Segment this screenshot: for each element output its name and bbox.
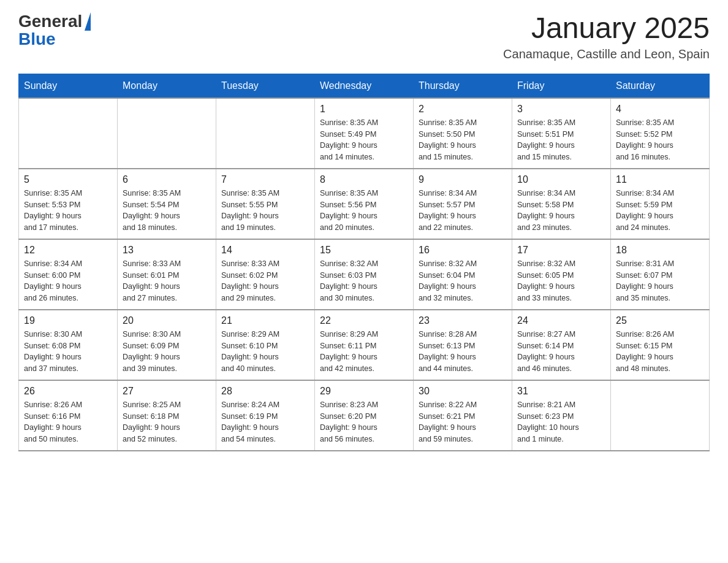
calendar-cell: 17Sunrise: 8:32 AMSunset: 6:05 PMDayligh… — [512, 239, 611, 310]
calendar: SundayMondayTuesdayWednesdayThursdayFrid… — [18, 74, 710, 451]
day-number: 12 — [24, 245, 112, 256]
day-number: 19 — [24, 315, 112, 326]
day-number: 10 — [517, 174, 605, 185]
day-number: 15 — [320, 245, 408, 256]
calendar-cell — [118, 98, 216, 169]
logo-blue: Blue — [18, 31, 56, 48]
calendar-cell: 13Sunrise: 8:33 AMSunset: 6:01 PMDayligh… — [118, 239, 216, 310]
calendar-cell — [611, 380, 710, 451]
calendar-cell: 23Sunrise: 8:28 AMSunset: 6:13 PMDayligh… — [414, 310, 512, 380]
weekday-header: Monday — [118, 74, 216, 98]
day-info: Sunrise: 8:34 AMSunset: 6:00 PMDaylight:… — [24, 258, 112, 304]
day-number: 17 — [517, 245, 605, 256]
day-number: 24 — [517, 315, 605, 326]
day-number: 27 — [123, 386, 211, 397]
calendar-cell: 4Sunrise: 8:35 AMSunset: 5:52 PMDaylight… — [611, 98, 710, 169]
day-info: Sunrise: 8:32 AMSunset: 6:05 PMDaylight:… — [517, 258, 605, 304]
day-info: Sunrise: 8:35 AMSunset: 5:50 PMDaylight:… — [419, 117, 507, 163]
calendar-cell: 30Sunrise: 8:22 AMSunset: 6:21 PMDayligh… — [414, 380, 512, 451]
day-number: 30 — [419, 386, 507, 397]
calendar-cell: 15Sunrise: 8:32 AMSunset: 6:03 PMDayligh… — [315, 239, 414, 310]
day-info: Sunrise: 8:26 AMSunset: 6:16 PMDaylight:… — [24, 399, 112, 445]
day-info: Sunrise: 8:35 AMSunset: 5:54 PMDaylight:… — [123, 188, 211, 234]
calendar-week-row: 19Sunrise: 8:30 AMSunset: 6:08 PMDayligh… — [19, 310, 710, 380]
day-info: Sunrise: 8:34 AMSunset: 5:59 PMDaylight:… — [616, 188, 704, 234]
day-number: 20 — [123, 315, 211, 326]
day-number: 14 — [221, 245, 309, 256]
day-info: Sunrise: 8:35 AMSunset: 5:56 PMDaylight:… — [320, 188, 408, 234]
day-number: 26 — [24, 386, 112, 397]
location: Canamaque, Castille and Leon, Spain — [503, 47, 710, 61]
day-info: Sunrise: 8:35 AMSunset: 5:52 PMDaylight:… — [616, 117, 704, 163]
calendar-cell: 29Sunrise: 8:23 AMSunset: 6:20 PMDayligh… — [315, 380, 414, 451]
day-number: 1 — [320, 104, 408, 115]
day-number: 5 — [24, 174, 112, 185]
page-header: General Blue January 2025 Canamaque, Cas… — [18, 12, 710, 61]
month-title: January 2025 — [503, 12, 710, 45]
day-info: Sunrise: 8:32 AMSunset: 6:04 PMDaylight:… — [419, 258, 507, 304]
logo: General Blue — [18, 12, 91, 48]
day-number: 6 — [123, 174, 211, 185]
day-info: Sunrise: 8:29 AMSunset: 6:11 PMDaylight:… — [320, 329, 408, 375]
weekday-header: Thursday — [414, 74, 512, 98]
day-info: Sunrise: 8:23 AMSunset: 6:20 PMDaylight:… — [320, 399, 408, 445]
calendar-cell: 21Sunrise: 8:29 AMSunset: 6:10 PMDayligh… — [216, 310, 315, 380]
logo-general: General — [18, 13, 82, 30]
day-info: Sunrise: 8:33 AMSunset: 6:01 PMDaylight:… — [123, 258, 211, 304]
day-info: Sunrise: 8:34 AMSunset: 5:58 PMDaylight:… — [517, 188, 605, 234]
calendar-cell: 8Sunrise: 8:35 AMSunset: 5:56 PMDaylight… — [315, 169, 414, 239]
day-info: Sunrise: 8:22 AMSunset: 6:21 PMDaylight:… — [419, 399, 507, 445]
weekday-header: Sunday — [19, 74, 118, 98]
weekday-header: Friday — [512, 74, 611, 98]
calendar-cell: 18Sunrise: 8:31 AMSunset: 6:07 PMDayligh… — [611, 239, 710, 310]
day-info: Sunrise: 8:29 AMSunset: 6:10 PMDaylight:… — [221, 329, 309, 375]
day-info: Sunrise: 8:26 AMSunset: 6:15 PMDaylight:… — [616, 329, 704, 375]
calendar-cell: 16Sunrise: 8:32 AMSunset: 6:04 PMDayligh… — [414, 239, 512, 310]
day-info: Sunrise: 8:35 AMSunset: 5:53 PMDaylight:… — [24, 188, 112, 234]
calendar-week-row: 5Sunrise: 8:35 AMSunset: 5:53 PMDaylight… — [19, 169, 710, 239]
calendar-week-row: 12Sunrise: 8:34 AMSunset: 6:00 PMDayligh… — [19, 239, 710, 310]
day-number: 23 — [419, 315, 507, 326]
calendar-cell: 1Sunrise: 8:35 AMSunset: 5:49 PMDaylight… — [315, 98, 414, 169]
day-info: Sunrise: 8:31 AMSunset: 6:07 PMDaylight:… — [616, 258, 704, 304]
calendar-cell: 26Sunrise: 8:26 AMSunset: 6:16 PMDayligh… — [19, 380, 118, 451]
calendar-cell: 19Sunrise: 8:30 AMSunset: 6:08 PMDayligh… — [19, 310, 118, 380]
calendar-cell: 9Sunrise: 8:34 AMSunset: 5:57 PMDaylight… — [414, 169, 512, 239]
day-info: Sunrise: 8:28 AMSunset: 6:13 PMDaylight:… — [419, 329, 507, 375]
day-info: Sunrise: 8:35 AMSunset: 5:55 PMDaylight:… — [221, 188, 309, 234]
day-info: Sunrise: 8:24 AMSunset: 6:19 PMDaylight:… — [221, 399, 309, 445]
day-number: 9 — [419, 174, 507, 185]
day-info: Sunrise: 8:35 AMSunset: 5:51 PMDaylight:… — [517, 117, 605, 163]
calendar-cell: 11Sunrise: 8:34 AMSunset: 5:59 PMDayligh… — [611, 169, 710, 239]
calendar-cell: 24Sunrise: 8:27 AMSunset: 6:14 PMDayligh… — [512, 310, 611, 380]
calendar-cell: 22Sunrise: 8:29 AMSunset: 6:11 PMDayligh… — [315, 310, 414, 380]
day-number: 7 — [221, 174, 309, 185]
calendar-cell: 3Sunrise: 8:35 AMSunset: 5:51 PMDaylight… — [512, 98, 611, 169]
day-info: Sunrise: 8:25 AMSunset: 6:18 PMDaylight:… — [123, 399, 211, 445]
weekday-header-row: SundayMondayTuesdayWednesdayThursdayFrid… — [19, 74, 710, 98]
day-number: 28 — [221, 386, 309, 397]
calendar-cell: 28Sunrise: 8:24 AMSunset: 6:19 PMDayligh… — [216, 380, 315, 451]
calendar-cell — [19, 98, 118, 169]
day-number: 16 — [419, 245, 507, 256]
weekday-header: Tuesday — [216, 74, 315, 98]
weekday-header: Saturday — [611, 74, 710, 98]
day-number: 2 — [419, 104, 507, 115]
day-number: 11 — [616, 174, 704, 185]
day-number: 13 — [123, 245, 211, 256]
day-info: Sunrise: 8:34 AMSunset: 5:57 PMDaylight:… — [419, 188, 507, 234]
day-number: 3 — [517, 104, 605, 115]
calendar-cell: 20Sunrise: 8:30 AMSunset: 6:09 PMDayligh… — [118, 310, 216, 380]
calendar-cell: 10Sunrise: 8:34 AMSunset: 5:58 PMDayligh… — [512, 169, 611, 239]
day-number: 4 — [616, 104, 704, 115]
day-number: 21 — [221, 315, 309, 326]
calendar-week-row: 26Sunrise: 8:26 AMSunset: 6:16 PMDayligh… — [19, 380, 710, 451]
day-info: Sunrise: 8:30 AMSunset: 6:08 PMDaylight:… — [24, 329, 112, 375]
calendar-cell: 7Sunrise: 8:35 AMSunset: 5:55 PMDaylight… — [216, 169, 315, 239]
title-block: January 2025 Canamaque, Castille and Leo… — [503, 12, 710, 61]
calendar-cell: 25Sunrise: 8:26 AMSunset: 6:15 PMDayligh… — [611, 310, 710, 380]
day-info: Sunrise: 8:32 AMSunset: 6:03 PMDaylight:… — [320, 258, 408, 304]
calendar-week-row: 1Sunrise: 8:35 AMSunset: 5:49 PMDaylight… — [19, 98, 710, 169]
day-info: Sunrise: 8:27 AMSunset: 6:14 PMDaylight:… — [517, 329, 605, 375]
calendar-cell: 2Sunrise: 8:35 AMSunset: 5:50 PMDaylight… — [414, 98, 512, 169]
